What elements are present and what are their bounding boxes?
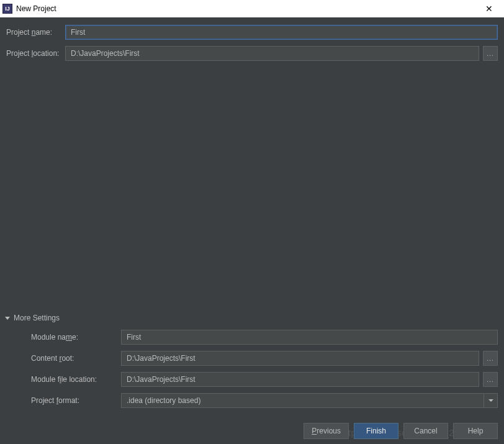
- finish-button[interactable]: Finish: [354, 423, 398, 439]
- project-location-label: Project location:: [6, 49, 65, 58]
- module-file-location-label: Module file location:: [20, 375, 121, 384]
- titlebar: IJ New Project ✕: [0, 0, 504, 17]
- more-settings-toggle[interactable]: More Settings: [5, 314, 498, 322]
- project-location-input[interactable]: [65, 46, 479, 61]
- chevron-down-icon: [5, 317, 10, 320]
- module-name-input[interactable]: [121, 330, 498, 345]
- content-root-input[interactable]: [121, 351, 479, 366]
- project-format-label: Project format:: [20, 396, 121, 405]
- project-format-select[interactable]: .idea (directory based): [121, 393, 498, 408]
- window-title: New Project: [16, 4, 477, 13]
- app-icon: IJ: [2, 4, 12, 14]
- project-format-value: .idea (directory based): [127, 396, 200, 405]
- more-settings-label: More Settings: [14, 314, 60, 322]
- project-name-label: Project name:: [6, 28, 65, 37]
- project-name-input[interactable]: [65, 25, 498, 40]
- content-root-label: Content root:: [20, 354, 121, 363]
- previous-button[interactable]: Previous: [304, 423, 349, 439]
- module-file-location-input[interactable]: [121, 372, 479, 387]
- browse-project-location-button[interactable]: ...: [483, 46, 498, 61]
- help-button[interactable]: Help: [453, 423, 498, 439]
- browse-module-file-location-button[interactable]: ...: [483, 372, 498, 387]
- footer-buttons: Previous Finish Cancel Help: [304, 423, 498, 439]
- browse-content-root-button[interactable]: ...: [483, 351, 498, 366]
- close-icon[interactable]: ✕: [477, 0, 502, 17]
- cancel-button[interactable]: Cancel: [403, 423, 448, 439]
- module-name-label: Module name:: [20, 333, 121, 342]
- dropdown-arrow-icon: [484, 394, 497, 407]
